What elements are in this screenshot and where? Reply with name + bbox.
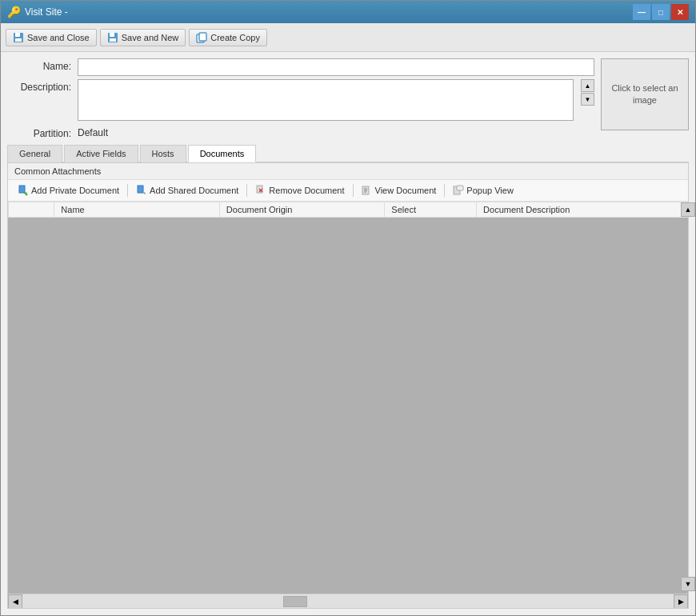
add-private-doc-label: Add Private Document [31, 186, 119, 195]
svg-rect-2 [15, 38, 22, 42]
h-scrollbar[interactable]: ◀ ▶ [8, 594, 688, 608]
maximize-button[interactable]: □ [652, 4, 670, 20]
title-bar-controls: — □ ✕ [633, 4, 689, 20]
doc-toolbar: + Add Private Document + Add Shared Docu… [8, 180, 688, 202]
name-row: Name: [7, 58, 594, 76]
save-new-icon [107, 32, 118, 43]
svg-rect-5 [110, 38, 116, 42]
form-image-row: Name: Description: ▲ ▼ Partition: Defaul… [7, 58, 689, 139]
remove-doc-icon [255, 185, 266, 196]
svg-text:+: + [25, 190, 28, 195]
window-icon: 🔑 [7, 6, 20, 18]
form-fields: Name: Description: ▲ ▼ Partition: Defaul… [7, 58, 594, 139]
svg-rect-12 [138, 186, 143, 193]
tab-hosts-label: Hosts [152, 149, 174, 158]
view-doc-icon [362, 185, 373, 196]
add-shared-doc-icon: + [136, 185, 147, 196]
save-close-button[interactable]: Save and Close [6, 29, 97, 46]
description-label: Description: [7, 79, 71, 93]
section-header: Common Attachments [8, 163, 688, 180]
remove-doc-button[interactable]: Remove Document [250, 183, 349, 198]
save-new-button[interactable]: Save and New [100, 29, 186, 46]
create-copy-icon [196, 32, 207, 43]
window-title: Visit Site - [25, 6, 68, 18]
tabs-container: General Active Fields Hosts Documents [7, 144, 689, 162]
view-doc-label: View Document [375, 186, 437, 195]
h-scroll-right[interactable]: ▶ [674, 594, 688, 609]
partition-row: Partition: Default [7, 126, 594, 139]
outer-scroll-up[interactable]: ▲ [681, 202, 695, 217]
name-label: Name: [7, 58, 71, 72]
content-area: Name: Description: ▲ ▼ Partition: Defaul… [1, 52, 695, 615]
view-doc-button[interactable]: View Document [357, 183, 442, 198]
description-scroll-btns: ▲ ▼ [581, 79, 594, 106]
description-row: Description: ▲ ▼ [7, 79, 594, 121]
tab-documents[interactable]: Documents [188, 145, 257, 162]
title-bar-left: 🔑 Visit Site - [7, 6, 68, 18]
outer-scroll-down[interactable]: ▼ [681, 577, 695, 591]
separator-4 [444, 184, 445, 197]
toolbar: Save and Close Save and New Create Copy [1, 23, 695, 52]
table-empty-area [8, 218, 688, 346]
h-scroll-left[interactable]: ◀ [8, 594, 22, 609]
table-header: Name Document Origin Select Document Des… [9, 202, 688, 218]
add-private-doc-icon: + [18, 185, 29, 196]
main-window: 🔑 Visit Site - — □ ✕ Save and Close Save [0, 0, 696, 616]
close-button[interactable]: ✕ [671, 4, 689, 20]
add-shared-doc-label: Add Shared Document [150, 186, 238, 195]
minimize-button[interactable]: — [633, 4, 650, 20]
svg-rect-8 [19, 186, 25, 193]
documents-table: Name Document Origin Select Document Des… [8, 202, 688, 218]
tab-content-documents: Common Attachments + Add Private Documen… [7, 162, 689, 609]
svg-rect-26 [457, 186, 463, 190]
col-header-desc: Document Description [477, 202, 688, 218]
tab-general-label: General [19, 149, 50, 158]
add-private-doc-button[interactable]: + Add Private Document [13, 183, 124, 198]
save-close-label: Save and Close [27, 33, 90, 42]
table-header-row: Name Document Origin Select Document Des… [9, 202, 688, 218]
create-copy-label: Create Copy [210, 33, 260, 42]
outer-v-scroll: ▲ ▼ [681, 202, 695, 591]
image-selector-label: Click to select an image [602, 82, 688, 107]
tab-general[interactable]: General [7, 145, 62, 162]
documents-table-container[interactable]: Name Document Origin Select Document Des… [8, 202, 688, 594]
title-bar: 🔑 Visit Site - — □ ✕ [1, 1, 695, 23]
svg-rect-1 [15, 33, 20, 37]
desc-scroll-down[interactable]: ▼ [581, 93, 594, 106]
popup-view-button[interactable]: Popup View [448, 183, 518, 198]
partition-value: Default [78, 127, 108, 138]
partition-label: Partition: [7, 126, 71, 139]
add-shared-doc-button[interactable]: + Add Shared Document [131, 183, 243, 198]
col-header-select: Select [385, 202, 477, 218]
desc-scroll-up[interactable]: ▲ [581, 79, 594, 92]
popup-view-icon [453, 185, 464, 196]
svg-text:+: + [143, 190, 146, 195]
separator-3 [353, 184, 354, 197]
tab-documents-label: Documents [200, 149, 245, 158]
svg-rect-4 [110, 33, 114, 37]
tab-active-fields-label: Active Fields [76, 149, 126, 158]
separator-1 [127, 184, 128, 197]
save-new-label: Save and New [122, 33, 179, 42]
remove-doc-label: Remove Document [269, 186, 344, 195]
svg-rect-7 [199, 33, 206, 41]
col-header-origin: Document Origin [219, 202, 385, 218]
col-header-name: Name [54, 202, 220, 218]
tab-hosts[interactable]: Hosts [140, 145, 186, 162]
col-header-empty [9, 202, 54, 218]
tab-active-fields[interactable]: Active Fields [64, 145, 138, 162]
save-close-icon [13, 32, 24, 43]
separator-2 [246, 184, 247, 197]
create-copy-button[interactable]: Create Copy [189, 29, 267, 46]
name-input[interactable] [78, 58, 594, 76]
h-scroll-track[interactable] [22, 594, 674, 609]
image-selector[interactable]: Click to select an image [601, 58, 689, 130]
description-input[interactable] [78, 79, 574, 121]
popup-view-label: Popup View [466, 186, 514, 195]
h-scroll-thumb[interactable] [283, 596, 307, 607]
